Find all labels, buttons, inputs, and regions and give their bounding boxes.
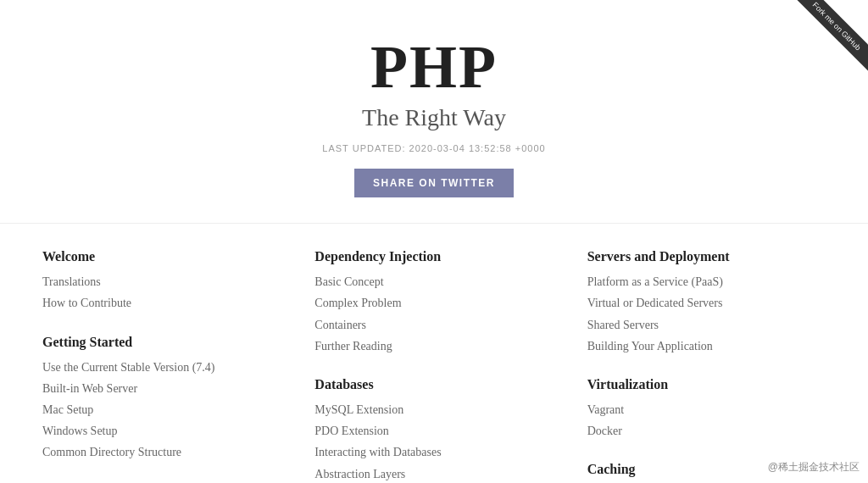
site-header: PHP The Right Way LAST UPDATED: 2020-03-…: [0, 0, 868, 224]
section-title-getting-started: Getting Started: [42, 335, 281, 350]
nav-link-dependency-injection-0[interactable]: Basic Concept: [314, 271, 553, 292]
nav-section-welcome: WelcomeTranslationsHow to Contribute: [42, 249, 281, 314]
nav-link-databases-0[interactable]: MySQL Extension: [314, 399, 553, 420]
nav-link-servers-deployment-0[interactable]: Platform as a Service (PaaS): [587, 271, 826, 292]
nav-link-databases-2[interactable]: Interacting with Databases: [314, 441, 553, 463]
main-content: WelcomeTranslationsHow to ContributeGett…: [0, 224, 868, 483]
nav-link-servers-deployment-3[interactable]: Building Your Application: [587, 336, 826, 357]
section-title-dependency-injection: Dependency Injection: [314, 249, 553, 264]
nav-section-getting-started: Getting StartedUse the Current Stable Ve…: [42, 335, 281, 464]
nav-link-welcome-1[interactable]: How to Contribute: [42, 292, 281, 314]
nav-column-col2: Dependency InjectionBasic ConceptComplex…: [306, 249, 561, 483]
nav-section-virtualization: VirtualizationVagrantDocker: [587, 377, 826, 441]
nav-section-databases: DatabasesMySQL ExtensionPDO ExtensionInt…: [314, 377, 553, 483]
nav-link-virtualization-0[interactable]: Vagrant: [587, 399, 826, 420]
section-title-virtualization: Virtualization: [587, 377, 826, 392]
nav-link-servers-deployment-2[interactable]: Shared Servers: [587, 314, 826, 336]
nav-column-col3: Servers and DeploymentPlatform as a Serv…: [579, 249, 834, 483]
nav-link-getting-started-2[interactable]: Mac Setup: [42, 399, 281, 420]
section-title-servers-deployment: Servers and Deployment: [587, 249, 826, 264]
last-updated-label: LAST UPDATED:: [322, 143, 405, 153]
section-title-databases: Databases: [314, 377, 553, 392]
nav-section-servers-deployment: Servers and DeploymentPlatform as a Serv…: [587, 249, 826, 357]
section-title-welcome: Welcome: [42, 249, 281, 264]
nav-link-databases-1[interactable]: PDO Extension: [314, 420, 553, 441]
nav-link-getting-started-4[interactable]: Common Directory Structure: [42, 441, 281, 463]
site-subtitle: The Right Way: [17, 104, 851, 131]
twitter-share-button[interactable]: SHARE ON TWITTER: [354, 169, 514, 197]
nav-link-welcome-0[interactable]: Translations: [42, 271, 281, 292]
last-updated-value: 2020-03-04 13:52:58 +0000: [409, 143, 546, 153]
last-updated: LAST UPDATED: 2020-03-04 13:52:58 +0000: [17, 143, 851, 153]
nav-column-col1: WelcomeTranslationsHow to ContributeGett…: [34, 249, 289, 483]
nav-link-dependency-injection-1[interactable]: Complex Problem: [314, 292, 553, 314]
nav-link-servers-deployment-1[interactable]: Virtual or Dedicated Servers: [587, 292, 826, 314]
nav-link-databases-3[interactable]: Abstraction Layers: [314, 464, 553, 484]
fork-ribbon: Fork me on GitHub: [792, 0, 868, 76]
nav-link-getting-started-3[interactable]: Windows Setup: [42, 420, 281, 441]
nav-link-dependency-injection-2[interactable]: Containers: [314, 314, 553, 336]
nav-link-getting-started-0[interactable]: Use the Current Stable Version (7.4): [42, 357, 281, 378]
watermark: @稀土掘金技术社区: [768, 460, 860, 475]
site-title: PHP: [17, 34, 851, 101]
nav-section-dependency-injection: Dependency InjectionBasic ConceptComplex…: [314, 249, 553, 357]
nav-link-dependency-injection-3[interactable]: Further Reading: [314, 336, 553, 357]
nav-link-virtualization-1[interactable]: Docker: [587, 420, 826, 441]
nav-link-getting-started-1[interactable]: Built-in Web Server: [42, 378, 281, 399]
fork-ribbon-link[interactable]: Fork me on GitHub: [792, 0, 868, 72]
